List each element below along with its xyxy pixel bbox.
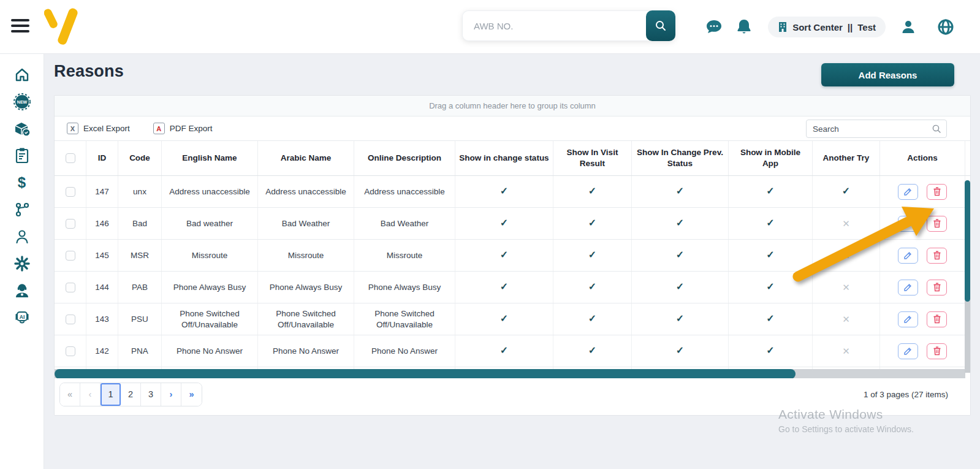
row-checkbox[interactable] bbox=[66, 219, 75, 229]
delete-button[interactable] bbox=[927, 280, 947, 296]
group-by-hint[interactable]: Drag a column header here to group its c… bbox=[55, 96, 970, 116]
edit-button[interactable] bbox=[898, 343, 918, 359]
chat-icon[interactable] bbox=[705, 19, 723, 35]
check-icon: ✓ bbox=[766, 281, 774, 294]
sidebar-item-home[interactable] bbox=[9, 61, 36, 88]
column-header[interactable]: English Name bbox=[162, 141, 258, 175]
pdf-icon: A bbox=[153, 123, 165, 134]
horizontal-scrollbar-thumb[interactable] bbox=[55, 369, 796, 379]
delete-button[interactable] bbox=[927, 216, 947, 232]
row-checkbox-cell bbox=[55, 240, 86, 271]
pager-prev-button[interactable]: ‹ bbox=[80, 383, 101, 406]
column-header[interactable]: ID bbox=[86, 141, 118, 175]
cell-flag-another-try: ✕ bbox=[813, 303, 880, 335]
select-all-checkbox[interactable] bbox=[66, 153, 75, 163]
table-header-row: IDCodeEnglish NameArabic NameOnline Desc… bbox=[55, 141, 970, 176]
station-badge[interactable]: Sort Center || Test bbox=[768, 17, 886, 37]
check-icon: ✓ bbox=[588, 281, 596, 294]
hamburger-menu-icon[interactable] bbox=[11, 19, 29, 35]
cell-id: 143 bbox=[86, 303, 118, 335]
user-profile-icon[interactable] bbox=[900, 19, 916, 35]
pdf-export-button[interactable]: A PDF Export bbox=[153, 123, 213, 134]
horizontal-scrollbar[interactable] bbox=[55, 369, 965, 379]
pager-next-button[interactable]: › bbox=[161, 383, 181, 406]
delete-button[interactable] bbox=[927, 184, 947, 200]
check-icon: ✓ bbox=[588, 313, 596, 326]
language-globe-icon[interactable] bbox=[937, 18, 954, 36]
column-header[interactable]: Show in change status bbox=[455, 141, 553, 175]
pager-page-1[interactable]: 1 bbox=[101, 383, 121, 406]
settings-gear-icon bbox=[14, 256, 30, 272]
column-header[interactable]: Show In Visit Result bbox=[553, 141, 632, 175]
awb-search-input[interactable] bbox=[462, 10, 651, 41]
cell-code: unx bbox=[118, 176, 162, 207]
check-icon: ✓ bbox=[676, 345, 684, 357]
delete-button[interactable] bbox=[927, 311, 947, 327]
grid-search-input[interactable] bbox=[807, 124, 932, 134]
pager-first-button[interactable]: « bbox=[60, 383, 80, 406]
column-header[interactable]: Online Description bbox=[354, 141, 455, 175]
cell-flag-show-in-mobile-app: ✓ bbox=[729, 208, 813, 239]
delete-button[interactable] bbox=[927, 248, 947, 264]
table-row: 142PNAPhone No AnswerPhone No AnswerPhon… bbox=[55, 335, 970, 367]
watermark-line2: Go to Settings to activate Windows. bbox=[778, 424, 914, 434]
vertical-scrollbar-track[interactable] bbox=[965, 299, 970, 373]
sidebar-item-support[interactable] bbox=[9, 277, 36, 304]
cell-flag-show-in-change-status: ✓ bbox=[455, 272, 553, 303]
pager-page-3[interactable]: 3 bbox=[141, 383, 161, 406]
cell-flag-show-in-change-status: ✓ bbox=[455, 303, 553, 335]
column-header[interactable]: Arabic Name bbox=[258, 141, 354, 175]
sidebar-item-users[interactable] bbox=[9, 223, 36, 250]
sidebar-item-settings[interactable] bbox=[9, 250, 36, 277]
top-bar: Sort Center || Test bbox=[0, 0, 980, 54]
pager: «‹123›» bbox=[59, 383, 202, 406]
cell-flag-show-in-change-status: ✓ bbox=[455, 176, 553, 207]
cell-flag-show-in-visit-result: ✓ bbox=[553, 272, 632, 303]
edit-button[interactable] bbox=[898, 216, 918, 232]
edit-button[interactable] bbox=[898, 280, 918, 296]
column-header[interactable]: Show In Change Prev. Status bbox=[632, 141, 729, 175]
cell-actions bbox=[880, 272, 965, 303]
notifications-bell-icon[interactable] bbox=[736, 18, 752, 36]
sidebar-item-workflow[interactable] bbox=[9, 196, 36, 223]
row-checkbox[interactable] bbox=[66, 251, 75, 261]
row-checkbox[interactable] bbox=[66, 346, 75, 356]
cell-flag-another-try: ✕ bbox=[813, 240, 880, 271]
column-header[interactable]: Show in Mobile App bbox=[729, 141, 813, 175]
cell-flag-show-in-change-prev-status: ✓ bbox=[632, 176, 729, 207]
row-checkbox[interactable] bbox=[66, 283, 75, 292]
pager-last-button[interactable]: » bbox=[181, 383, 202, 406]
sidebar-item-finance[interactable]: $ bbox=[9, 169, 36, 196]
cross-icon: ✕ bbox=[842, 250, 850, 262]
cell-english-name: Missroute bbox=[162, 240, 258, 271]
edit-button[interactable] bbox=[898, 311, 918, 327]
cell-online-description: Missroute bbox=[354, 240, 455, 271]
excel-export-button[interactable]: X Excel Export bbox=[67, 123, 130, 134]
sidebar-item-new[interactable]: NEW bbox=[9, 88, 36, 115]
excel-export-label: Excel Export bbox=[83, 124, 130, 133]
pager-page-2[interactable]: 2 bbox=[121, 383, 141, 406]
awb-search-button[interactable] bbox=[646, 10, 675, 41]
check-icon: ✓ bbox=[500, 217, 508, 230]
row-checkbox[interactable] bbox=[66, 315, 75, 324]
check-icon: ✓ bbox=[500, 313, 508, 326]
column-header[interactable]: Actions bbox=[880, 141, 965, 175]
add-reasons-button[interactable]: Add Reasons bbox=[821, 63, 954, 86]
cell-code: Bad bbox=[118, 208, 162, 239]
delete-button[interactable] bbox=[927, 343, 947, 359]
column-header[interactable]: Another Try bbox=[813, 141, 880, 175]
column-header[interactable]: Code bbox=[118, 141, 162, 175]
cell-flag-show-in-mobile-app: ✓ bbox=[729, 335, 813, 367]
check-icon: ✓ bbox=[500, 345, 508, 357]
edit-button[interactable] bbox=[898, 184, 918, 200]
sidebar-item-shipments[interactable] bbox=[9, 115, 36, 142]
row-checkbox[interactable] bbox=[66, 187, 75, 197]
vertical-scrollbar-thumb[interactable] bbox=[965, 180, 970, 302]
edit-button[interactable] bbox=[898, 248, 918, 264]
check-icon: ✓ bbox=[588, 249, 596, 262]
cell-flag-show-in-visit-result: ✓ bbox=[553, 208, 632, 239]
brand-logo[interactable] bbox=[44, 6, 78, 48]
sidebar-item-ai-assistant[interactable]: AI bbox=[9, 304, 36, 331]
sidebar-item-orders[interactable] bbox=[9, 142, 36, 169]
cell-flag-show-in-mobile-app: ✓ bbox=[729, 240, 813, 271]
